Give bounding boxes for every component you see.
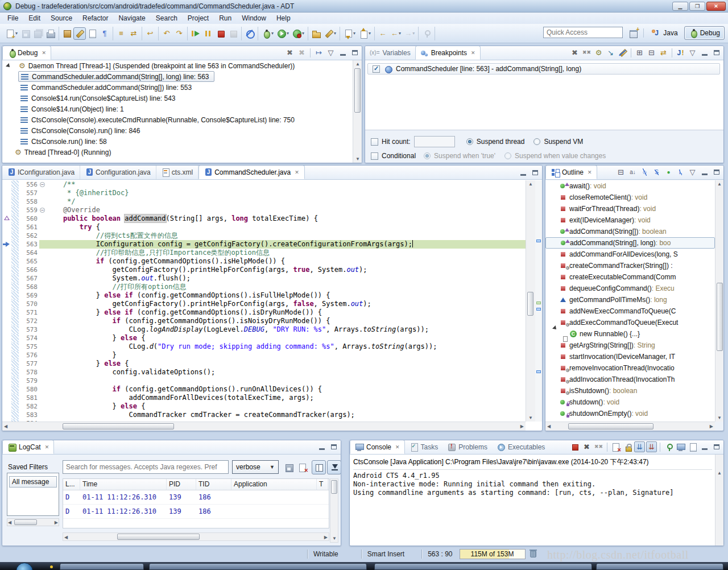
editor-tab-cts-xml[interactable]: cts.xml: [156, 165, 198, 179]
scroll-up-icon[interactable]: ▲: [717, 181, 722, 187]
disconnect-button[interactable]: [227, 27, 239, 40]
logcat-filters-toggle[interactable]: [312, 460, 326, 474]
gutter-marker-column[interactable]: [2, 377, 11, 385]
code-line[interactable]: 566 getConfigFactory().printHelpForConfi…: [2, 266, 526, 274]
outline-item[interactable]: createCommandTracker(String[]) :: [545, 260, 715, 271]
undo-nav-button[interactable]: ↶: [160, 27, 173, 40]
code-line[interactable]: 563 IConfiguration config = getConfigFac…: [2, 240, 526, 249]
occurrence-marker[interactable]: [536, 308, 541, 311]
external-tools-button[interactable]: [310, 27, 322, 40]
remove-all-launches-button[interactable]: ✖✖: [593, 441, 604, 452]
debug-thread-row[interactable]: ⚙Daemon Thread [Thread-1] (Suspended (br…: [2, 60, 362, 71]
minimize-button[interactable]: [699, 47, 710, 58]
occurrence-marker[interactable]: [536, 239, 541, 242]
outline-item[interactable]: addCommand(String[]) : boolean: [545, 226, 715, 237]
logcat-minimize-button[interactable]: [316, 441, 327, 452]
suspend-thread-radio[interactable]: [466, 138, 473, 145]
clear-console-button[interactable]: [610, 441, 621, 452]
code-line[interactable]: 581 addCommandForAllDevices(totalExecTim…: [2, 394, 526, 402]
editor-maximize-button[interactable]: [530, 167, 540, 178]
fold-column[interactable]: −: [39, 180, 47, 189]
logcat-level-dropdown[interactable]: verbose ▼: [232, 460, 279, 474]
windows-taskbar[interactable]: [0, 562, 728, 570]
gutter-marker-column[interactable]: [2, 325, 11, 334]
build-all-button[interactable]: ≡: [115, 27, 127, 40]
minimize-button[interactable]: [699, 441, 710, 452]
fold-column[interactable]: [39, 197, 47, 206]
hide-static-button[interactable]: S: [651, 167, 662, 177]
breakpoint-checkbox[interactable]: [373, 65, 380, 73]
editor-tab-configuration-java[interactable]: Configuration.java: [80, 165, 156, 179]
new-java-project-button[interactable]: [61, 27, 73, 40]
saved-filters-scrollbar[interactable]: ◀ ▶: [7, 518, 59, 526]
code-line[interactable]: 570 getConfigFactory().printHelpForConfi…: [2, 300, 526, 308]
breakpoint-row[interactable]: CommandScheduler [line: 563] - addComman…: [367, 63, 720, 75]
run-as-dropdown-icon[interactable]: ▾: [287, 31, 289, 36]
outline-item[interactable]: addInvocationThread(InvocationTh: [545, 374, 715, 385]
code-line[interactable]: 560 public boolean addCommand(String[] a…: [2, 214, 526, 223]
perspective-debug-button[interactable]: Debug: [684, 26, 725, 40]
remove-all-terminated-button[interactable]: ✖: [284, 47, 295, 58]
title-bar[interactable]: Debug - tradefederation/src/com/android/…: [0, 0, 728, 13]
column-header-l[interactable]: L...: [63, 479, 80, 490]
fold-column[interactable]: [39, 257, 47, 266]
coverage-dropdown-icon[interactable]: ▾: [302, 31, 304, 36]
suspend-button[interactable]: [202, 27, 214, 40]
gutter-marker-column[interactable]: [2, 214, 11, 223]
gutter-marker-column[interactable]: [2, 385, 11, 394]
outline-item[interactable]: createExecutableCommand(Comm: [545, 271, 715, 283]
fold-column[interactable]: [39, 377, 47, 385]
quick-access-input[interactable]: [543, 27, 623, 38]
outline-item[interactable]: waitForThread(Thread) : void: [545, 203, 715, 214]
fold-column[interactable]: [39, 291, 47, 300]
logcat-clear-button[interactable]: [297, 462, 308, 473]
view-menu-button[interactable]: ▽: [325, 47, 336, 58]
code-line[interactable]: 568 //打印所有option信息: [2, 283, 526, 291]
fold-column[interactable]: [39, 249, 47, 257]
code-line[interactable]: 571 } else if (config.getCommandOptions(…: [2, 308, 526, 317]
scroll-right-icon[interactable]: ▶: [55, 520, 58, 525]
fold-column[interactable]: [39, 266, 47, 274]
remove-breakpoint-button[interactable]: ✖: [569, 47, 580, 58]
suspend-changes-radio[interactable]: [504, 152, 511, 159]
fold-column[interactable]: −: [39, 206, 47, 214]
code-line[interactable]: 576 }: [2, 351, 526, 360]
gutter-marker-column[interactable]: [2, 342, 11, 351]
code-line[interactable]: 578 config.validateOptions();: [2, 368, 526, 377]
code-line[interactable]: 575 CLog.d("Dry run mode; skipping addin…: [2, 342, 526, 351]
toggle-breadcrumb-button[interactable]: ⇄: [127, 27, 140, 40]
breakpoint-properties-button[interactable]: ⚙: [593, 47, 604, 58]
open-perspective-button[interactable]: [627, 27, 640, 39]
minimize-button[interactable]: [699, 167, 710, 177]
fold-column[interactable]: [39, 232, 47, 240]
restore-window-button[interactable]: ❒: [689, 2, 705, 11]
pin-editor-button[interactable]: [420, 27, 433, 40]
gutter-marker-column[interactable]: [2, 232, 11, 240]
taskbar-button[interactable]: [596, 563, 723, 570]
code-line[interactable]: 577 } else {: [2, 360, 526, 368]
menu-help[interactable]: Help: [271, 13, 296, 23]
stack-frame-row[interactable]: CtsConsole(Console).run() line: 846: [18, 125, 144, 136]
console-output[interactable]: Android CTS 4.4_r1.95 Non-interactive mo…: [353, 469, 712, 544]
stack-frame-row[interactable]: CommandScheduler.addCommand(String[], lo…: [18, 71, 214, 82]
gutter-marker-column[interactable]: [2, 360, 11, 368]
taskbar-button[interactable]: [374, 563, 592, 570]
stack-frame-row[interactable]: Console$14.run(Console$CaptureList) line…: [18, 93, 180, 104]
gutter-marker-column[interactable]: [2, 274, 11, 283]
reconnect-button[interactable]: ✖: [296, 47, 307, 58]
code-line[interactable]: 567 System.out.flush();: [2, 274, 526, 283]
perspective-java-button[interactable]: Java: [647, 26, 682, 40]
close-icon[interactable]: ✕: [45, 444, 49, 450]
editor-tab-commandscheduler-java[interactable]: CommandScheduler.java✕: [198, 165, 305, 179]
outline-item[interactable]: new Runnable() {...}: [545, 328, 715, 340]
outline-item[interactable]: closeRemoteClient() : void: [545, 192, 715, 203]
logcat-save-button[interactable]: [283, 462, 295, 473]
link-with-debug-button[interactable]: ⇄: [658, 47, 669, 58]
code-line[interactable]: 559− @Override: [2, 206, 526, 214]
scrollbar-thumb[interactable]: [354, 68, 361, 113]
resume-button[interactable]: [189, 27, 202, 40]
tree-expander-icon[interactable]: [6, 63, 11, 69]
gutter-marker-column[interactable]: [2, 308, 11, 317]
code-line[interactable]: 561 try {: [2, 223, 526, 232]
gutter-marker-column[interactable]: [2, 180, 11, 189]
